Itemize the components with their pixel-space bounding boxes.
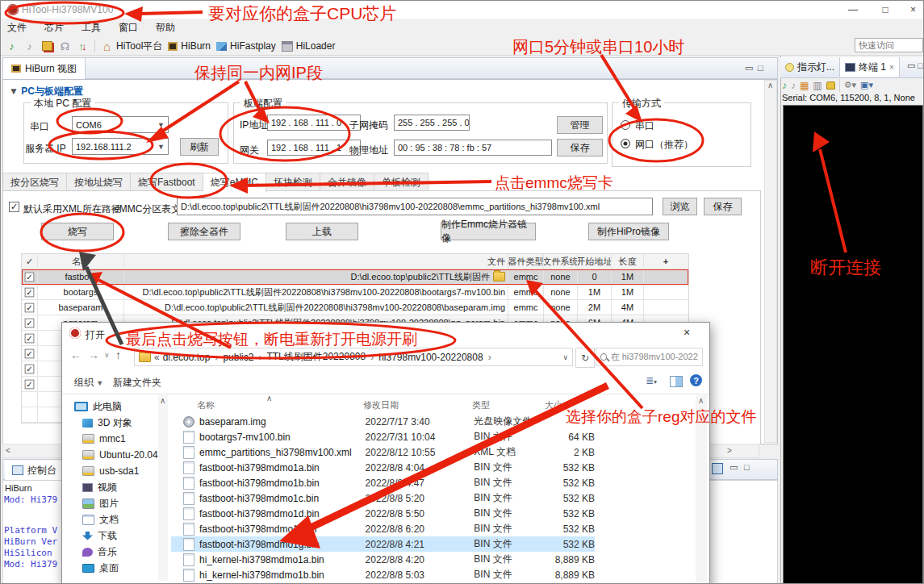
close-tab-icon[interactable]: ×: [889, 63, 894, 72]
package-icon[interactable]: [41, 40, 53, 52]
burn-button[interactable]: 烧写: [41, 223, 114, 240]
menu-item[interactable]: 文件: [7, 21, 27, 35]
tab-hiburn-view[interactable]: HiBurn 视图: [3, 58, 86, 79]
terminal-screen[interactable]: [783, 105, 923, 584]
check-all-icon[interactable]: ✓: [22, 254, 38, 269]
lock-icon[interactable]: [826, 81, 835, 90]
menu-item[interactable]: 工具: [82, 21, 101, 35]
scroll-up-icon[interactable]: ∧: [698, 396, 704, 405]
close-button[interactable]: ×: [901, 1, 924, 19]
back-icon[interactable]: ←: [70, 348, 82, 361]
tab-indicator-lights[interactable]: 指示灯...: [780, 57, 840, 77]
make-hipro-image-button[interactable]: 制作HiPro镜像: [588, 223, 669, 240]
connect-icon[interactable]: ♪: [6, 40, 18, 52]
connect-terminal-icon[interactable]: ♪: [782, 80, 787, 91]
col-size[interactable]: 大小: [545, 399, 562, 411]
row-checkbox[interactable]: ✓: [25, 302, 35, 312]
up-icon[interactable]: ↑: [115, 348, 121, 361]
sidebar-item[interactable]: Ubuntu-20.04 (: [69, 447, 159, 463]
scroll-right-icon[interactable]: >: [727, 446, 732, 455]
sidebar-item[interactable]: 3D 对象: [69, 415, 159, 431]
breadcrumb-segment[interactable]: TTL线刷固件20220808: [266, 350, 378, 364]
refresh-icon[interactable]: ↻: [575, 348, 595, 368]
sidebar-item[interactable]: 音乐: [69, 544, 159, 560]
row-checkbox[interactable]: ✓: [25, 333, 35, 343]
minimize-console-icon[interactable]: ▭: [730, 462, 738, 473]
sidebar-item[interactable]: 下载: [69, 528, 159, 544]
netmask-input[interactable]: 255 . 255 . 255 . 0: [394, 115, 470, 131]
sidebar-item[interactable]: 文档: [69, 511, 159, 528]
view-mode-icon[interactable]: ≣▾: [646, 375, 657, 386]
file-row[interactable]: fastboot-hi3798mdmo1f.bin 2022/8/8 6:20 …: [171, 521, 595, 536]
gateway-input[interactable]: 192 . 168 . 111 . 1: [267, 140, 361, 156]
table-view-icon[interactable]: ▦: [800, 80, 809, 91]
ip-input[interactable]: 192 . 168 . 111 . 0: [267, 115, 361, 131]
disconnect-terminal-icon[interactable]: ♪: [791, 80, 796, 91]
sidebar-scrollbar[interactable]: [158, 395, 168, 581]
breadcrumb-segment[interactable]: dl.ecoo.top: [163, 350, 224, 364]
preview-pane-icon[interactable]: [670, 376, 683, 387]
sidebar-item[interactable]: 此电脑: [69, 398, 159, 415]
network-radio-label[interactable]: 网口（推荐）: [635, 138, 693, 152]
sidebar-item[interactable]: 视频: [69, 479, 159, 495]
forward-icon[interactable]: →: [88, 348, 99, 361]
maximize-view-icon[interactable]: □: [758, 63, 763, 73]
manage-button[interactable]: 管理: [557, 116, 603, 134]
col-name[interactable]: 名称: [197, 399, 215, 411]
mac-input[interactable]: 00 : 95 : 38 : 78 : fb : 57: [394, 140, 552, 156]
dialog-close-icon[interactable]: ×: [684, 326, 690, 339]
refresh-button[interactable]: 刷新: [180, 138, 219, 156]
breadcrumb[interactable]: « dl.ecoo.toppublic2TTL线刷固件20220808hi379…: [134, 348, 573, 366]
maximize-button[interactable]: □: [869, 1, 901, 19]
serial-port-select[interactable]: COM6▼: [72, 116, 169, 133]
network-radio[interactable]: [621, 139, 630, 148]
search-box[interactable]: 在 hi3798mv100-2022080...: [596, 348, 703, 366]
tab-console[interactable]: 控制台: [5, 461, 65, 480]
help-icon[interactable]: ?: [690, 374, 702, 386]
maximize-console-icon[interactable]: □: [744, 462, 750, 472]
burn-tab[interactable]: 烧写eMMC: [203, 173, 266, 193]
plug-icon[interactable]: ☊: [59, 40, 71, 52]
settings-menu-icon[interactable]: ⚙▾: [844, 80, 856, 90]
scroll-left-icon[interactable]: <: [6, 446, 10, 455]
new-terminal-icon[interactable]: ▣▾: [860, 80, 873, 90]
browse-folder-icon[interactable]: [493, 272, 505, 282]
table-row-bootargs[interactable]: ✓ bootargs D:\dl.ecoo.top\public2\TTL线刷固…: [22, 285, 688, 300]
file-row[interactable]: fastboot-hi3798mdmo1b.bin 2022/8/8 4:47 …: [171, 475, 595, 490]
organize-button[interactable]: 组织 ▼: [74, 376, 103, 390]
updown-icon[interactable]: ↑↓: [77, 40, 89, 52]
erase-all-button[interactable]: 擦除全器件: [168, 223, 240, 240]
serial-radio-label[interactable]: 串口: [635, 119, 654, 133]
serial-radio[interactable]: [621, 120, 630, 130]
tab-terminal-1[interactable]: 终端 1 ×: [840, 57, 900, 77]
file-row[interactable]: hi_kernel-hi3798mdmo1a.bin 2022/8/8 4:20…: [171, 552, 595, 567]
row-checkbox[interactable]: ✓: [25, 364, 35, 373]
file-row[interactable]: fastboot-hi3798mdmo1d.bin 2022/8/8 5:50 …: [171, 506, 595, 521]
col-date[interactable]: 修改日期: [363, 399, 399, 411]
columns-view-icon[interactable]: ▥: [813, 80, 822, 91]
file-row[interactable]: emmc_partitions_hi3798mv100.xml 2022/8/1…: [171, 444, 595, 460]
breadcrumb-segment[interactable]: hi3798mv100-20220808: [378, 350, 495, 364]
file-row[interactable]: baseparam.img 2022/7/17 3:40 光盘映像文件: [171, 414, 595, 429]
table-row-baseparam[interactable]: ✓ baseparam D:\dl.ecoo.top\public2\TTL线刷…: [22, 300, 688, 315]
hifastplay-button[interactable]: HiFastplay: [216, 40, 276, 52]
chevron-down-icon[interactable]: ∨: [562, 353, 568, 361]
new-folder-button[interactable]: 新建文件夹: [113, 376, 161, 390]
server-ip-select[interactable]: 192.168.111.2▼: [72, 138, 169, 155]
menu-item[interactable]: 窗口: [119, 21, 138, 35]
quick-access-input[interactable]: [855, 38, 923, 52]
board-save-button[interactable]: 保存: [557, 139, 603, 156]
col-type[interactable]: 类型: [472, 399, 490, 411]
minimize-terminal-icon[interactable]: ▭ □: [907, 57, 924, 77]
row-checkbox[interactable]: ✓: [25, 272, 35, 282]
menu-item[interactable]: 帮助: [156, 21, 175, 35]
file-row[interactable]: hi_kernel-hi3798mdmo1b.bin 2022/8/8 5:03…: [171, 567, 595, 582]
xml-save-button[interactable]: 保存: [704, 198, 742, 215]
row-checkbox[interactable]: ✓: [25, 287, 35, 297]
open-console-icon[interactable]: [712, 463, 723, 474]
disconnect-icon[interactable]: ♪: [23, 40, 36, 52]
history-chevron-icon[interactable]: ∨: [104, 351, 110, 359]
hiloader-button[interactable]: HiLoader: [282, 40, 336, 52]
scroll-up-icon[interactable]: ∧: [160, 396, 165, 405]
file-row[interactable]: fastboot-hi3798mdmo1a.bin 2022/8/8 4:04 …: [171, 460, 595, 475]
